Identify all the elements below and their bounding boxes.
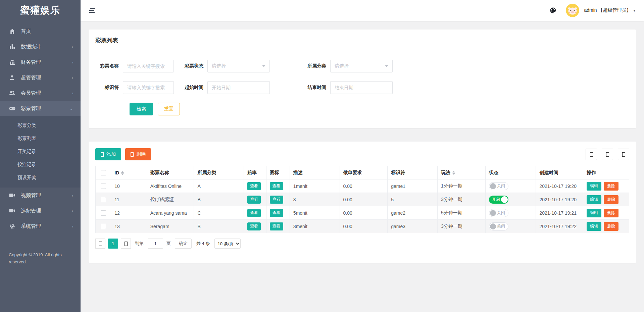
sidebar-item-label: 系统管理 — [21, 223, 41, 229]
table-row: 10 Aktifitas Online A 查看 查看 1menit 0.00 … — [96, 179, 629, 193]
user-avatar[interactable] — [566, 4, 579, 17]
sidebar-item-label: 视频管理 — [21, 192, 41, 199]
reset-button[interactable]: 重置 — [158, 103, 180, 115]
chevron-right-icon: › — [72, 91, 73, 96]
next-page-button[interactable] — [121, 239, 131, 249]
toggle-knob — [490, 210, 496, 216]
col-requirement: 做单要求 — [340, 166, 388, 179]
topbar: admin 【超级管理员】 ▾ — [81, 0, 644, 21]
col-desc: 描述 — [290, 166, 340, 179]
table-tools — [586, 149, 629, 160]
view-icon-button[interactable]: 查看 — [270, 182, 283, 190]
view-icon-button[interactable]: 查看 — [270, 222, 283, 230]
sidebar-item-superadmin[interactable]: 超管管理 › — [0, 70, 81, 85]
sidebar-item-lottery[interactable]: 彩票管理 ⌄ — [0, 101, 81, 116]
table-card: 添加 删除 — [89, 142, 636, 263]
select-caret-icon — [262, 65, 265, 67]
col-status: 状态 — [485, 166, 536, 179]
sidebar-menu: 首页 数据统计 › 财务管理 › 超管管理 › 会员 — [0, 21, 81, 234]
view-odds-button[interactable]: 查看 — [247, 222, 261, 230]
prev-page-button[interactable] — [95, 239, 105, 249]
sidebar-item-home[interactable]: 首页 — [0, 23, 81, 39]
view-icon-button[interactable]: 查看 — [270, 196, 283, 204]
sidebar-item-stats[interactable]: 数据统计 › — [0, 39, 81, 54]
sidebar-item-label: 数据统计 — [21, 44, 41, 50]
start-date-input[interactable] — [207, 81, 270, 94]
lottery-table: ID 彩票名称 所属分类 赔率 图标 描述 做单要求 标识符 玩法 状态 创建时… — [95, 166, 629, 233]
edit-button[interactable]: 编辑 — [587, 209, 601, 217]
sidebar-item-finance[interactable]: 财务管理 › — [0, 54, 81, 70]
current-page-button[interactable]: 1 — [108, 239, 118, 249]
delete-row-button[interactable]: 删除 — [604, 195, 618, 204]
gamepad-icon — [9, 105, 15, 112]
edit-button[interactable]: 编辑 — [587, 182, 601, 191]
identifier-input[interactable] — [123, 81, 174, 94]
user-caret-down-icon[interactable]: ▾ — [633, 8, 635, 13]
delete-row-button[interactable]: 删除 — [604, 209, 618, 217]
sort-id-icon[interactable] — [121, 171, 124, 175]
toggle-knob — [501, 196, 508, 203]
batch-delete-button[interactable]: 删除 — [125, 148, 151, 160]
sidebar-item-members[interactable]: 会员管理 › — [0, 85, 81, 101]
main-area: admin 【超级管理员】 ▾ 彩票列表 彩票名称 彩票状态 请选择 — [81, 0, 644, 312]
add-button[interactable]: 添加 — [95, 148, 121, 160]
submenu-item-lottery-category[interactable]: 彩票分类 — [0, 119, 81, 132]
edit-button[interactable]: 编辑 — [587, 195, 601, 204]
row-checkbox[interactable] — [101, 210, 106, 216]
page-title: 彩票列表 — [89, 30, 636, 50]
sidebar-item-girls[interactable]: 选妃管理 › — [0, 203, 81, 218]
submenu-item-preset-draw[interactable]: 预设开奖 — [0, 171, 81, 184]
col-odds: 赔率 — [244, 166, 266, 179]
lottery-name-input[interactable] — [123, 60, 174, 72]
user-icon — [9, 74, 15, 81]
user-menu-label[interactable]: admin 【超级管理员】 — [584, 7, 631, 13]
status-toggle[interactable]: 关闭 — [489, 209, 508, 217]
category-select[interactable]: 请选择 — [330, 60, 393, 72]
status-toggle[interactable]: 关闭 — [489, 182, 508, 190]
total-count-label: 共 4 条 — [196, 241, 210, 247]
bank-icon — [9, 59, 15, 65]
sidebar-item-system[interactable]: 系统管理 › — [0, 218, 81, 234]
view-odds-button[interactable]: 查看 — [247, 196, 261, 204]
submenu-item-draw-records[interactable]: 开奖记录 — [0, 145, 81, 158]
view-odds-button[interactable]: 查看 — [247, 209, 261, 217]
end-date-input[interactable] — [330, 81, 393, 94]
theme-palette-icon[interactable] — [550, 7, 556, 14]
goto-confirm-button[interactable]: 确定 — [175, 239, 192, 249]
sidebar-item-video[interactable]: 视频管理 › — [0, 188, 81, 203]
table-tool-filter-button[interactable] — [586, 149, 597, 160]
view-icon-button[interactable]: 查看 — [270, 209, 283, 217]
col-icon: 图标 — [266, 166, 290, 179]
page-content: 彩票列表 彩票名称 彩票状态 请选择 — [81, 21, 644, 312]
gear-icon — [9, 223, 15, 229]
print-icon — [622, 152, 625, 157]
prev-icon — [99, 242, 102, 246]
table-tool-print-button[interactable] — [618, 149, 629, 160]
edit-button[interactable]: 编辑 — [587, 222, 601, 231]
sidebar-item-label: 财务管理 — [21, 59, 41, 65]
sort-play-icon[interactable] — [452, 171, 455, 175]
view-odds-button[interactable]: 查看 — [247, 182, 261, 190]
video-camera-icon — [9, 207, 15, 214]
table-tool-export-button[interactable] — [602, 149, 613, 160]
delete-row-button[interactable]: 删除 — [604, 222, 618, 231]
row-checkbox[interactable] — [101, 197, 106, 202]
sidebar-item-label: 首页 — [21, 28, 31, 35]
search-button[interactable]: 检索 — [130, 103, 153, 115]
row-checkbox[interactable] — [101, 184, 106, 189]
sidebar-toggle-icon[interactable] — [89, 7, 97, 14]
submenu-item-lottery-list[interactable]: 彩票列表 — [0, 132, 81, 145]
table-row: 12 Acara yang sama C 查看 查看 5menit 0.00 g… — [96, 206, 629, 220]
row-checkbox[interactable] — [101, 224, 106, 229]
status-toggle[interactable]: 关闭 — [489, 222, 508, 230]
status-toggle[interactable]: 开启 — [489, 196, 508, 204]
delete-row-button[interactable]: 删除 — [604, 182, 618, 191]
lottery-status-select[interactable]: 请选择 — [207, 60, 270, 72]
submenu-item-bet-records[interactable]: 投注记录 — [0, 158, 81, 171]
start-time-label: 起始时间 — [183, 85, 207, 91]
page-size-select[interactable]: 10 条/页 — [214, 239, 241, 249]
chevron-right-icon: › — [72, 75, 73, 80]
toggle-knob — [490, 183, 496, 189]
goto-page-input[interactable] — [148, 239, 163, 249]
select-all-checkbox[interactable] — [101, 170, 106, 175]
